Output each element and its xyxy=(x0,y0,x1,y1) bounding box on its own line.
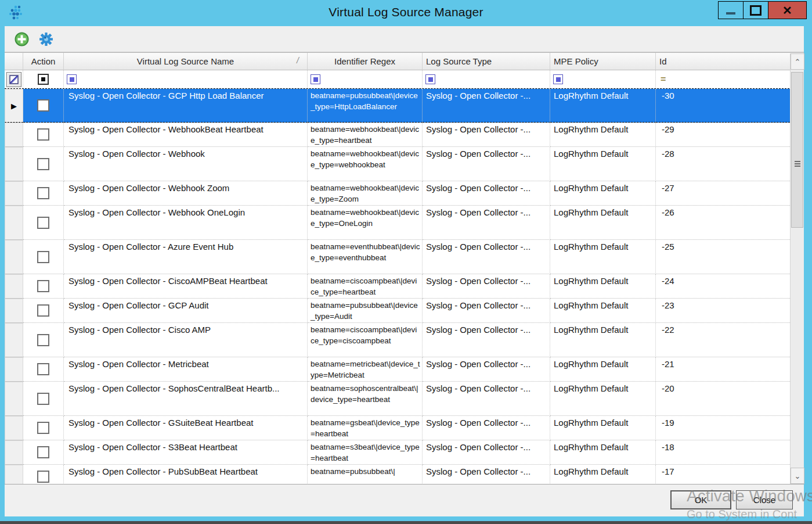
filter-id-cell[interactable]: = xyxy=(656,70,790,88)
action-cell[interactable] xyxy=(23,206,64,240)
mpe-policy-cell[interactable]: LogRhythm Default xyxy=(550,274,656,299)
id-cell[interactable]: -22 xyxy=(656,323,790,357)
virtual-log-source-name-cell[interactable]: Syslog - Open Collector - Webhook xyxy=(64,147,308,181)
table-row[interactable]: ▶ Syslog - Open Collector - Webhook OneL… xyxy=(5,206,804,240)
id-cell[interactable]: -17 xyxy=(656,465,790,484)
row-selector-cell[interactable]: ▶ xyxy=(5,382,23,416)
virtual-log-source-name-cell[interactable]: Syslog - Open Collector - GSuiteBeat Hea… xyxy=(64,416,308,440)
properties-button[interactable] xyxy=(38,31,53,46)
virtual-log-source-name-cell[interactable]: Syslog - Open Collector - Azure Event Hu… xyxy=(64,240,308,274)
row-checkbox[interactable] xyxy=(37,128,49,141)
action-cell[interactable] xyxy=(23,382,64,416)
log-source-type-cell[interactable]: Syslog - Open Collector -... xyxy=(423,357,550,382)
row-selector-cell[interactable]: ▶ xyxy=(5,416,23,440)
mpe-policy-cell[interactable]: LogRhythm Default xyxy=(550,206,656,240)
action-cell[interactable] xyxy=(23,323,64,357)
row-selector-cell[interactable]: ▶ xyxy=(5,89,23,123)
identifier-regex-cell[interactable]: beatname=pubsubbeat\|device_type=Audit xyxy=(308,299,423,323)
mpe-policy-cell[interactable]: LogRhythm Default xyxy=(550,240,656,274)
virtual-log-source-name-cell[interactable]: Syslog - Open Collector - WebhookBeat He… xyxy=(64,123,308,147)
row-checkbox[interactable] xyxy=(37,280,49,292)
identifier-regex-cell[interactable]: beatname=gsbeat\|device_type=heartbeat xyxy=(308,416,423,440)
row-checkbox[interactable] xyxy=(37,217,49,229)
table-row[interactable]: ▶ Syslog - Open Collector - GSuiteBeat H… xyxy=(5,416,804,440)
mpe-policy-cell[interactable]: LogRhythm Default xyxy=(550,123,656,147)
mpe-policy-cell[interactable]: LogRhythm Default xyxy=(550,416,656,440)
table-row[interactable]: ▶ Syslog - Open Collector - Azure Event … xyxy=(5,240,804,274)
mpe-policy-cell[interactable]: LogRhythm Default xyxy=(550,357,656,382)
row-selector-cell[interactable]: ▶ xyxy=(5,465,23,484)
id-cell[interactable]: -26 xyxy=(656,206,790,240)
action-cell[interactable] xyxy=(23,465,64,484)
id-cell[interactable]: -25 xyxy=(656,240,790,274)
identifier-regex-cell[interactable]: beatname=webhookbeat\|device_type=OneLog… xyxy=(308,206,423,240)
row-selector-cell[interactable]: ▶ xyxy=(5,123,23,147)
row-selector-cell[interactable]: ▶ xyxy=(5,440,23,465)
id-cell[interactable]: -19 xyxy=(656,416,790,440)
action-cell[interactable] xyxy=(23,299,64,323)
header-id[interactable]: Id xyxy=(656,53,790,70)
id-cell[interactable]: -24 xyxy=(656,274,790,299)
ok-button[interactable]: OK xyxy=(670,490,731,509)
virtual-log-source-name-cell[interactable]: Syslog - Open Collector - Webhook OneLog… xyxy=(64,206,308,240)
identifier-regex-cell[interactable]: beatname=pubsubbeat\| xyxy=(308,465,423,484)
virtual-log-source-name-cell[interactable]: Syslog - Open Collector - S3Beat Heartbe… xyxy=(64,440,308,465)
virtual-log-source-name-cell[interactable]: Syslog - Open Collector - Cisco AMP xyxy=(64,323,308,357)
row-selector-cell[interactable]: ▶ xyxy=(5,206,23,240)
table-row[interactable]: ▶ Syslog - Open Collector - PubSubBeat H… xyxy=(5,465,804,484)
virtual-log-source-name-cell[interactable]: Syslog - Open Collector - Metricbeat xyxy=(64,357,308,382)
identifier-regex-cell[interactable]: beatname=s3beat\|device_type=heartbeat xyxy=(308,440,423,465)
identifier-regex-cell[interactable]: beatname=webhookbeat\|device_type=Zoom xyxy=(308,181,423,206)
row-checkbox[interactable] xyxy=(37,471,49,483)
close-button[interactable]: Close xyxy=(736,490,793,509)
filter-policy-cell[interactable] xyxy=(550,70,656,88)
id-cell[interactable]: -21 xyxy=(656,357,790,382)
table-row[interactable]: ▶ Syslog - Open Collector - GCP Audit be… xyxy=(5,299,804,323)
log-source-type-cell[interactable]: Syslog - Open Collector -... xyxy=(423,89,550,123)
action-cell[interactable] xyxy=(23,416,64,440)
virtual-log-source-name-cell[interactable]: Syslog - Open Collector - SophosCentralB… xyxy=(64,382,308,416)
log-source-type-cell[interactable]: Syslog - Open Collector -... xyxy=(423,299,550,323)
action-cell[interactable] xyxy=(23,123,64,147)
row-checkbox[interactable] xyxy=(37,304,49,317)
log-source-type-cell[interactable]: Syslog - Open Collector -... xyxy=(423,181,550,206)
identifier-regex-cell[interactable]: beatname=webhookbeat\|device_type=heartb… xyxy=(308,123,423,147)
minimize-button[interactable] xyxy=(718,1,743,19)
vertical-scrollbar[interactable]: ⌃ ⌄ xyxy=(790,53,804,484)
log-source-type-cell[interactable]: Syslog - Open Collector -... xyxy=(423,206,550,240)
mpe-policy-cell[interactable]: LogRhythm Default xyxy=(550,89,656,123)
id-cell[interactable]: -29 xyxy=(656,123,790,147)
log-source-type-cell[interactable]: Syslog - Open Collector -... xyxy=(423,123,550,147)
mpe-policy-cell[interactable]: LogRhythm Default xyxy=(550,323,656,357)
action-cell[interactable] xyxy=(23,147,64,181)
row-selector-cell[interactable]: ▶ xyxy=(5,357,23,382)
header-log-source-type[interactable]: Log Source Type xyxy=(423,53,550,70)
table-row[interactable]: ▶ Syslog - Open Collector - S3Beat Heart… xyxy=(5,440,804,465)
id-cell[interactable]: -20 xyxy=(656,382,790,416)
virtual-log-source-name-cell[interactable]: Syslog - Open Collector - Webhook Zoom xyxy=(64,181,308,206)
name-filter-icon[interactable] xyxy=(67,74,77,84)
log-source-type-cell[interactable]: Syslog - Open Collector -... xyxy=(423,240,550,274)
id-cell[interactable]: -30 xyxy=(656,89,790,123)
action-filter-checkbox[interactable] xyxy=(38,74,49,85)
log-source-type-cell[interactable]: Syslog - Open Collector -... xyxy=(423,323,550,357)
virtual-log-source-name-cell[interactable]: Syslog - Open Collector - GCP Http Load … xyxy=(64,89,308,123)
row-checkbox[interactable] xyxy=(37,393,49,405)
mpe-policy-cell[interactable]: LogRhythm Default xyxy=(550,181,656,206)
action-cell[interactable] xyxy=(23,89,64,123)
header-identifier-regex[interactable]: Identifier Regex xyxy=(308,53,423,70)
scroll-down-button[interactable]: ⌄ xyxy=(791,468,804,484)
log-source-type-cell[interactable]: Syslog - Open Collector -... xyxy=(423,440,550,465)
filter-name-cell[interactable] xyxy=(64,70,308,88)
id-cell[interactable]: -18 xyxy=(656,440,790,465)
action-cell[interactable] xyxy=(23,440,64,465)
scroll-up-button[interactable]: ⌃ xyxy=(791,53,804,70)
type-filter-icon[interactable] xyxy=(425,74,435,84)
scrollbar-thumb[interactable] xyxy=(791,72,803,228)
add-button[interactable] xyxy=(14,31,29,46)
maximize-button[interactable] xyxy=(743,1,768,19)
filter-regex-cell[interactable] xyxy=(308,70,423,88)
log-source-type-cell[interactable]: Syslog - Open Collector -... xyxy=(423,465,550,484)
table-row[interactable]: ▶ Syslog - Open Collector - Webhook Zoom… xyxy=(5,181,804,206)
row-checkbox[interactable] xyxy=(37,363,49,375)
